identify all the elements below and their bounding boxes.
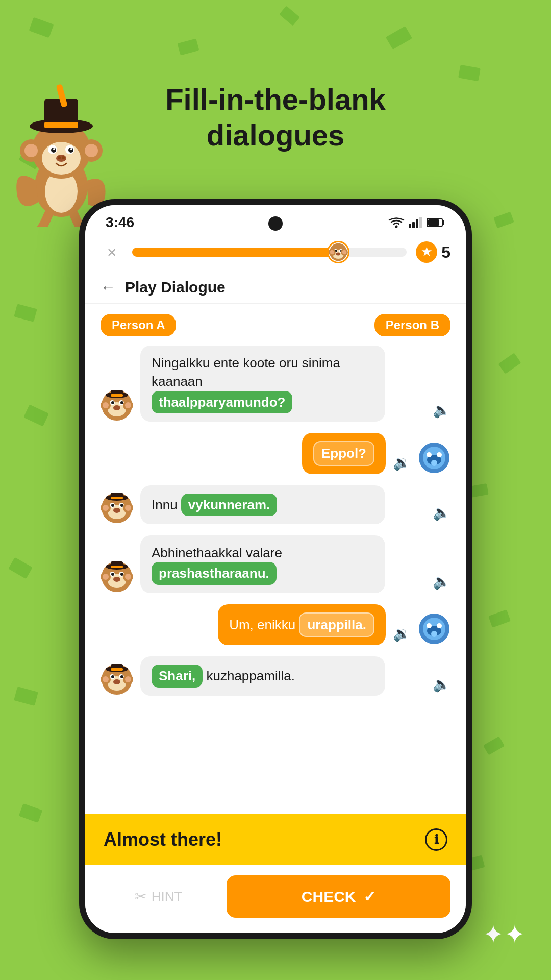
- svg-point-50: [125, 402, 131, 408]
- person-a-label: Person A: [101, 314, 176, 336]
- person-b-label: Person B: [374, 314, 450, 336]
- persons-row: Person A Person B: [101, 314, 450, 336]
- svg-rect-24: [416, 219, 418, 228]
- chat-area: Person A Person B: [85, 304, 466, 814]
- highlight-4: prashastharaanu.: [152, 562, 277, 584]
- close-button[interactable]: ×: [101, 241, 123, 263]
- bubble-4: Abhinethaakkal valare prashastharaanu.: [140, 535, 385, 593]
- svg-point-19: [85, 144, 98, 157]
- feedback-info-icon[interactable]: ℹ: [425, 828, 447, 851]
- bubble-1: Ningalkku ente koote oru sinima kaanaan …: [140, 346, 385, 422]
- svg-rect-28: [428, 219, 439, 226]
- svg-rect-27: [442, 220, 444, 225]
- avatar-a4: [101, 663, 133, 696]
- svg-point-10: [56, 155, 66, 162]
- chat-message: Shari, kuzhappamilla. 🔈: [101, 656, 450, 695]
- feedback-text: Almost there!: [104, 829, 222, 850]
- svg-point-66: [113, 508, 120, 513]
- bottom-actions: ✂ HINT CHECK ✓: [85, 865, 466, 933]
- svg-point-12: [62, 156, 65, 159]
- svg-point-64: [111, 504, 114, 507]
- svg-point-58: [437, 452, 442, 457]
- hint-button[interactable]: ✂ HINT: [101, 876, 216, 917]
- sound-icon-6[interactable]: 🔈: [433, 676, 450, 693]
- svg-point-45: [120, 401, 123, 404]
- confetti-piece: [493, 212, 514, 229]
- svg-point-9: [70, 148, 72, 150]
- svg-point-84: [125, 574, 131, 580]
- hint-icon: ✂: [135, 888, 146, 905]
- confetti-piece: [178, 38, 199, 55]
- chat-message: Ningalkku ente koote oru sinima kaanaan …: [101, 346, 450, 422]
- highlight-1: thaalpparyamundo?: [152, 391, 292, 413]
- avatar-a: [101, 389, 133, 422]
- svg-point-69: [103, 505, 109, 511]
- confetti-piece: [386, 26, 412, 50]
- svg-point-103: [103, 676, 109, 682]
- svg-point-78: [111, 573, 114, 576]
- svg-point-80: [113, 577, 120, 582]
- svg-point-17: [24, 144, 38, 157]
- highlight-5: urappilla.: [299, 612, 374, 637]
- confetti-piece: [279, 6, 300, 26]
- check-button[interactable]: CHECK ✓: [227, 875, 450, 918]
- svg-rect-107: [111, 668, 123, 671]
- progress-track: [132, 248, 407, 257]
- chat-message: Innu vykunneram. 🔈: [101, 485, 450, 524]
- svg-point-38: [330, 250, 334, 255]
- svg-point-8: [53, 148, 55, 150]
- svg-point-35: [336, 252, 340, 255]
- svg-point-98: [111, 675, 114, 678]
- svg-point-93: [431, 631, 437, 637]
- avatar-b2: [418, 612, 450, 645]
- svg-rect-25: [419, 217, 422, 228]
- svg-point-104: [125, 676, 131, 682]
- avatar-a2: [101, 492, 133, 524]
- sparkle-decoration: ✦✦: [483, 920, 525, 949]
- camera-notch: [268, 216, 283, 231]
- sound-icon-2[interactable]: 🔉: [393, 454, 411, 471]
- confetti-piece: [483, 736, 505, 755]
- battery-icon: [427, 217, 445, 228]
- svg-point-65: [120, 504, 123, 507]
- svg-rect-53: [111, 394, 123, 397]
- back-button[interactable]: ←: [101, 279, 116, 296]
- sound-icon-3[interactable]: 🔈: [433, 504, 450, 521]
- svg-rect-73: [111, 497, 123, 499]
- coin-area: ★ 5: [416, 241, 450, 263]
- svg-point-70: [125, 505, 131, 511]
- phone-frame: 3:46: [79, 199, 472, 939]
- progress-head: [327, 241, 349, 263]
- check-label: CHECK: [302, 888, 356, 905]
- svg-point-39: [342, 250, 346, 255]
- signal-icon: [409, 217, 423, 228]
- svg-rect-23: [412, 222, 415, 228]
- svg-point-83: [103, 574, 109, 580]
- page-title-text: Fill-in-the-blank dialogues: [165, 83, 386, 152]
- coin-count: 5: [441, 243, 450, 262]
- sound-icon-5[interactable]: 🔉: [393, 625, 411, 642]
- svg-point-59: [431, 460, 437, 466]
- chat-message: 🔉 Eppol?: [101, 433, 450, 474]
- highlight-2: Eppol?: [313, 441, 374, 465]
- confetti-piece: [8, 557, 33, 579]
- highlight-6: Shari,: [152, 665, 203, 687]
- confetti-piece: [29, 17, 54, 38]
- svg-rect-87: [111, 566, 123, 568]
- svg-point-79: [120, 573, 123, 576]
- wifi-icon: [388, 217, 405, 228]
- svg-rect-22: [409, 224, 411, 228]
- confetti-piece: [488, 609, 511, 628]
- svg-point-21: [395, 226, 398, 228]
- confetti-piece: [19, 803, 42, 823]
- confetti-piece: [14, 687, 38, 706]
- avatar-b: [418, 442, 450, 474]
- progress-bar-area: ×: [85, 235, 466, 272]
- svg-point-44: [111, 401, 114, 404]
- sound-icon-1[interactable]: 🔈: [433, 402, 450, 419]
- chat-message: Abhinethaakkal valare prashastharaanu. 🔈: [101, 535, 450, 593]
- svg-point-11: [58, 156, 61, 159]
- check-icon: ✓: [363, 888, 376, 905]
- confetti-piece: [14, 304, 37, 322]
- sound-icon-4[interactable]: 🔈: [433, 573, 450, 590]
